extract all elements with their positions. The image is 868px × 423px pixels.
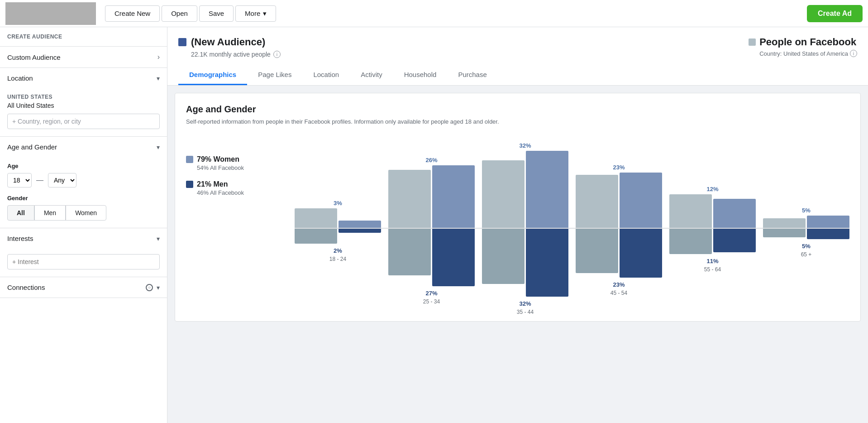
sidebar-section-age-gender: Age and Gender ▾ Age 18 21 25 — Any 24 3… <box>0 137 167 228</box>
age-group-label: 18 - 24 <box>329 256 346 262</box>
men-bg-bar <box>482 229 525 284</box>
interest-input[interactable] <box>7 254 160 269</box>
fb-color-box <box>749 38 756 46</box>
info-icon[interactable]: i <box>273 51 281 58</box>
age-field-label: Age <box>7 163 160 169</box>
women-bg-bar <box>763 218 806 228</box>
sidebar-section-interests: Interests ▾ <box>0 228 167 277</box>
men-pct-label: 32% <box>519 300 531 307</box>
location-content: UNITED STATES All United States <box>0 88 167 136</box>
women-bar <box>339 221 381 228</box>
gender-field-label: Gender <box>7 195 160 202</box>
gender-women-button[interactable]: Women <box>66 205 106 221</box>
age-group-label: 65 + <box>801 251 812 258</box>
toolbar: Create New Open Save More ▾ Create Ad <box>0 0 868 27</box>
men-bg-bar <box>669 229 712 254</box>
women-bar <box>620 173 662 228</box>
chevron-down-icon: ▾ <box>157 284 160 291</box>
country-value: All United States <box>7 102 160 109</box>
age-col-lower-1: 27% 25 - 34 <box>388 229 475 310</box>
age-col-upper-3: 23% <box>576 137 662 228</box>
age-gender-header[interactable]: Age and Gender ▾ <box>0 137 167 157</box>
age-col-lower-2: 32% 35 - 44 <box>482 229 568 310</box>
audience-tabs: Demographics Page Likes Location Activit… <box>178 65 857 85</box>
women-bg-bar <box>295 208 337 228</box>
interests-content <box>0 249 167 277</box>
legend-women: 79% Women 54% All Facebook <box>186 155 277 171</box>
men-bar <box>713 229 756 252</box>
facebook-country: Country: United States of America i <box>759 50 857 57</box>
audience-color-box <box>178 38 186 46</box>
arrow-right-icon: › <box>157 53 160 61</box>
location-input[interactable] <box>7 114 160 129</box>
age-max-select[interactable]: Any 24 34 <box>48 173 76 187</box>
tab-page-likes[interactable]: Page Likes <box>247 65 302 85</box>
gender-men-button[interactable]: Men <box>34 205 66 221</box>
men-pct-label: 23% <box>613 281 625 288</box>
women-bar <box>526 151 568 228</box>
audience-header: (New Audience) 22.1K monthly active peop… <box>167 27 868 86</box>
men-bg-bar <box>295 229 337 244</box>
sidebar-section-connections: Connections ○ ▾ <box>0 277 167 298</box>
connections-header[interactable]: Connections ○ ▾ <box>0 277 167 298</box>
open-button[interactable]: Open <box>162 5 197 22</box>
chart-container: 79% Women 54% All Facebook 21% Men 46% A… <box>186 137 849 310</box>
age-min-select[interactable]: 18 21 25 <box>7 173 32 187</box>
men-pct-label: 11% <box>706 258 718 264</box>
men-bg-bar <box>763 229 806 237</box>
tab-location[interactable]: Location <box>302 65 350 85</box>
women-bg-bar <box>576 175 618 228</box>
women-bg-bar <box>669 194 712 228</box>
tab-household[interactable]: Household <box>393 65 448 85</box>
men-color-box <box>186 181 193 188</box>
legend-men: 21% Men 46% All Facebook <box>186 180 277 196</box>
age-col-lower-4: 11% 55 - 64 <box>669 229 756 310</box>
men-bg-bar <box>388 229 431 275</box>
sidebar-header: CREATE AUDIENCE <box>0 27 167 47</box>
legend-men-title-row: 21% Men <box>186 180 277 188</box>
custom-audience-header[interactable]: Custom Audience › <box>0 47 167 67</box>
audience-name-row: (New Audience) <box>178 36 749 48</box>
location-header[interactable]: Location ▾ <box>0 68 167 88</box>
men-sub: 46% All Facebook <box>197 189 277 196</box>
men-label: 21% Men <box>197 180 228 188</box>
audience-top: (New Audience) 22.1K monthly active peop… <box>178 36 857 58</box>
logo <box>5 2 96 25</box>
tab-demographics[interactable]: Demographics <box>178 65 247 85</box>
main-layout: CREATE AUDIENCE Custom Audience › Locati… <box>0 27 868 423</box>
circle-icon: ○ <box>146 284 153 291</box>
chart-title: Age and Gender <box>186 104 849 115</box>
custom-audience-label: Custom Audience <box>7 53 61 61</box>
age-col-upper-1: 26% <box>388 137 475 228</box>
interests-header[interactable]: Interests ▾ <box>0 228 167 249</box>
sidebar-section-custom-audience: Custom Audience › <box>0 47 167 68</box>
men-bar <box>339 229 381 233</box>
create-new-button[interactable]: Create New <box>105 5 160 22</box>
create-ad-button[interactable]: Create Ad <box>807 5 863 22</box>
tab-purchase[interactable]: Purchase <box>447 65 497 85</box>
bar-chart: 3% 26% 32% 23% <box>295 137 849 310</box>
age-gender-content: Age 18 21 25 — Any 24 34 Gender <box>0 157 167 228</box>
women-bar <box>432 165 475 228</box>
men-pct-label: 2% <box>334 247 342 254</box>
chart-legend: 79% Women 54% All Facebook 21% Men 46% A… <box>186 137 277 196</box>
age-group-label: 25 - 34 <box>423 298 440 305</box>
age-group-label: 45 - 54 <box>610 290 627 296</box>
age-col-upper-2: 32% <box>482 137 568 228</box>
chevron-down-icon: ▾ <box>157 235 160 242</box>
info-icon-fb[interactable]: i <box>850 50 857 57</box>
age-col-upper-5: 5% <box>763 137 849 228</box>
women-color-box <box>186 156 193 163</box>
tab-activity[interactable]: Activity <box>350 65 393 85</box>
men-pct-label: 5% <box>802 243 811 250</box>
save-button[interactable]: Save <box>199 5 234 22</box>
age-group-label: 55 - 64 <box>704 266 721 273</box>
age-gender-label: Age and Gender <box>7 143 57 151</box>
chevron-down-icon: ▾ <box>157 75 160 82</box>
women-pct-label: 26% <box>425 157 437 163</box>
more-button[interactable]: More ▾ <box>235 5 276 22</box>
toolbar-actions: Create New Open Save More ▾ <box>105 5 807 22</box>
audience-right: People on Facebook Country: United State… <box>749 36 857 57</box>
sidebar: CREATE AUDIENCE Custom Audience › Locati… <box>0 27 167 423</box>
gender-all-button[interactable]: All <box>7 205 34 221</box>
